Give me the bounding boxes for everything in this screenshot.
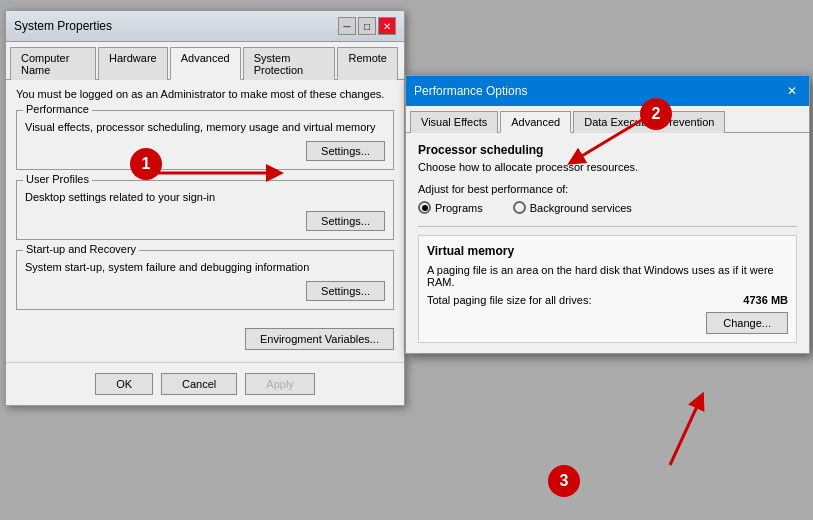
- system-props-content: You must be logged on as an Administrato…: [6, 80, 404, 328]
- programs-label: Programs: [435, 202, 483, 214]
- admin-notice: You must be logged on as an Administrato…: [16, 88, 394, 100]
- virtual-memory-text: A paging file is an area on the hard dis…: [427, 264, 788, 288]
- callout-3: 3: [548, 465, 580, 497]
- adjust-label: Adjust for best performance of:: [418, 183, 797, 195]
- startup-recovery-settings-button[interactable]: Settings...: [306, 281, 385, 301]
- radio-programs[interactable]: Programs: [418, 201, 483, 214]
- perf-tab-visual-effects[interactable]: Visual Effects: [410, 111, 498, 133]
- system-properties-window: System Properties ─ □ ✕ Computer Name Ha…: [5, 10, 405, 406]
- cancel-button[interactable]: Cancel: [161, 373, 237, 395]
- perf-close-button[interactable]: ✕: [783, 82, 801, 100]
- performance-settings-row: Settings...: [25, 141, 385, 161]
- svg-line-2: [670, 400, 700, 465]
- user-profiles-settings-button[interactable]: Settings...: [306, 211, 385, 231]
- user-profiles-settings-row: Settings...: [25, 211, 385, 231]
- system-props-controls: ─ □ ✕: [338, 17, 396, 35]
- perf-title: Performance Options: [414, 84, 527, 98]
- system-props-titlebar: System Properties ─ □ ✕: [6, 11, 404, 42]
- env-btn-row: Envirogment Variables...: [6, 328, 404, 358]
- user-profiles-group: User Profiles Desktop settings related t…: [16, 180, 394, 240]
- background-radio[interactable]: [513, 201, 526, 214]
- arrow-1: [145, 163, 285, 183]
- performance-text: Visual effects, processor scheduling, me…: [25, 121, 385, 133]
- system-props-tabs: Computer Name Hardware Advanced System P…: [6, 42, 404, 80]
- tab-hardware[interactable]: Hardware: [98, 47, 168, 80]
- system-props-title: System Properties: [14, 19, 112, 33]
- startup-recovery-group: Start-up and Recovery System start-up, s…: [16, 250, 394, 310]
- apply-button[interactable]: Apply: [245, 373, 315, 395]
- divider: [418, 226, 797, 227]
- vm-size-row: Total paging file size for all drives: 4…: [427, 294, 788, 306]
- tab-advanced[interactable]: Advanced: [170, 47, 241, 80]
- bottom-buttons: OK Cancel Apply: [6, 362, 404, 405]
- close-button[interactable]: ✕: [378, 17, 396, 35]
- user-profiles-label: User Profiles: [23, 173, 92, 185]
- svg-line-1: [575, 115, 650, 160]
- vm-btn-row: Change...: [427, 312, 788, 334]
- ok-button[interactable]: OK: [95, 373, 153, 395]
- programs-radio[interactable]: [418, 201, 431, 214]
- radio-group: Programs Background services: [418, 201, 797, 214]
- maximize-button[interactable]: □: [358, 17, 376, 35]
- performance-group: Performance Visual effects, processor sc…: [16, 110, 394, 170]
- background-label: Background services: [530, 202, 632, 214]
- change-button[interactable]: Change...: [706, 312, 788, 334]
- tab-system-protection[interactable]: System Protection: [243, 47, 336, 80]
- performance-label: Performance: [23, 103, 92, 115]
- vm-size-value: 4736 MB: [743, 294, 788, 306]
- startup-recovery-settings-row: Settings...: [25, 281, 385, 301]
- tab-computer-name[interactable]: Computer Name: [10, 47, 96, 80]
- minimize-button[interactable]: ─: [338, 17, 356, 35]
- virtual-memory-section: Virtual memory A paging file is an area …: [418, 235, 797, 343]
- environment-variables-button[interactable]: Envirogment Variables...: [245, 328, 394, 350]
- vm-size-label: Total paging file size for all drives:: [427, 294, 591, 306]
- arrow-3: [620, 380, 720, 470]
- arrow-2: [555, 110, 655, 170]
- virtual-memory-title: Virtual memory: [427, 244, 788, 258]
- radio-background[interactable]: Background services: [513, 201, 632, 214]
- tab-remote[interactable]: Remote: [337, 47, 398, 80]
- startup-recovery-label: Start-up and Recovery: [23, 243, 139, 255]
- perf-titlebar: Performance Options ✕: [406, 76, 809, 106]
- user-profiles-text: Desktop settings related to your sign-in: [25, 191, 385, 203]
- performance-settings-button[interactable]: Settings...: [306, 141, 385, 161]
- startup-recovery-text: System start-up, system failure and debu…: [25, 261, 385, 273]
